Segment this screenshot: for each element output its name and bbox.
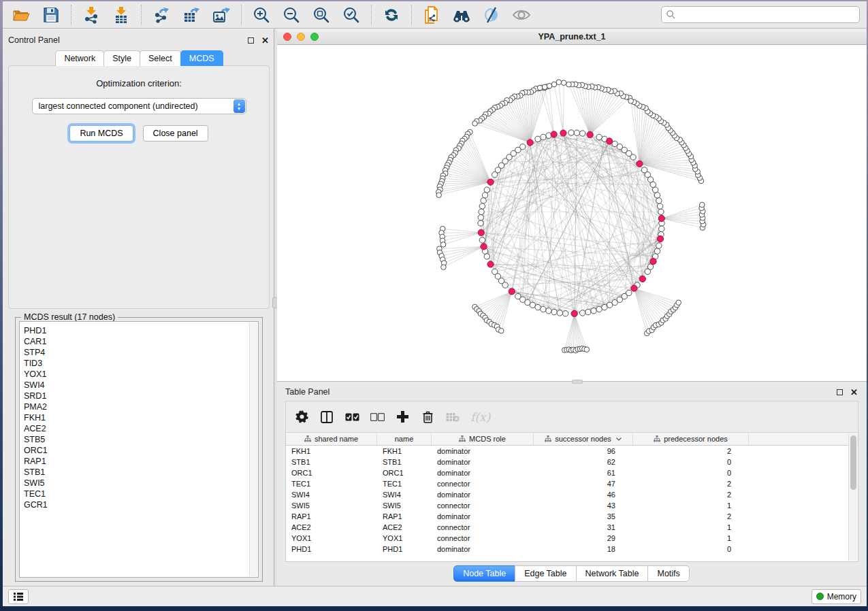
network-window-titlebar[interactable]: YPA_prune.txt_1 (277, 29, 867, 45)
control-panel-close-button[interactable]: ✕ (261, 36, 270, 45)
table-row[interactable]: TEC1TEC1connector472 (286, 478, 848, 489)
table-cell: dominator (432, 467, 534, 478)
network-graph[interactable] (277, 45, 867, 381)
add-column-button[interactable] (395, 410, 410, 425)
table-row[interactable]: PHD1PHD1dominator180 (286, 544, 848, 555)
mcds-result-item[interactable]: SWI4 (24, 380, 258, 391)
table-settings-button[interactable] (294, 410, 309, 425)
table-panel-float-button[interactable] (835, 388, 844, 397)
export-image-button[interactable] (211, 5, 231, 25)
mcds-result-item[interactable]: SRD1 (24, 391, 258, 401)
tab-select[interactable]: Select (140, 50, 181, 66)
table-row[interactable]: FKH1FKH1dominator962 (286, 446, 848, 457)
table-cell: 18 (534, 544, 633, 555)
run-mcds-button[interactable]: Run MCDS (69, 125, 133, 142)
table-row[interactable]: ORC1ORC1dominator610 (286, 467, 848, 478)
tab-node-table[interactable]: Node Table (453, 565, 515, 582)
zoom-selected-button[interactable] (341, 5, 361, 25)
column-header-successor-nodes[interactable]: successor nodes (534, 433, 633, 445)
table-row[interactable]: YOX1YOX1connector291 (286, 533, 848, 544)
zoom-out-button[interactable] (281, 5, 302, 25)
mcds-result-item[interactable]: STB5 (24, 434, 258, 445)
column-view-button[interactable] (319, 410, 334, 425)
zoom-in-button[interactable] (251, 5, 272, 25)
show-graphics-button[interactable] (511, 5, 532, 25)
table-cell: 62 (534, 457, 633, 467)
mcds-result-item[interactable]: ORC1 (24, 445, 258, 456)
column-header-predecessor-nodes[interactable]: predecessor nodes (633, 433, 749, 445)
table-scrollbar[interactable] (848, 433, 857, 561)
network-search-box[interactable] (661, 6, 860, 23)
function-builder-button[interactable]: f(x) (470, 410, 490, 425)
table-row[interactable]: SWI4SWI4dominator462 (286, 489, 848, 500)
delete-column-button[interactable] (420, 410, 435, 425)
export-network-button[interactable] (151, 5, 172, 25)
mcds-result-item[interactable]: RAP1 (24, 456, 258, 467)
column-type-icon (459, 435, 466, 442)
table-panel: Table Panel ✕ (277, 382, 867, 586)
table-cell: dominator (432, 457, 534, 467)
table-cell (749, 533, 848, 544)
scrollbar-thumb[interactable] (850, 435, 856, 490)
mcds-result-item[interactable]: PMA2 (24, 401, 258, 412)
table-cell: ORC1 (286, 467, 377, 478)
tab-network[interactable]: Network (55, 50, 104, 66)
search-network-button[interactable] (451, 5, 472, 25)
table-row[interactable]: ACE2ACE2connector311 (286, 522, 848, 533)
delete-table-button[interactable] (445, 410, 460, 425)
close-panel-button[interactable]: Close panel (143, 125, 208, 142)
tab-mcds[interactable]: MCDS (180, 50, 223, 66)
optimization-criterion-select[interactable]: largest connected component (undirected)… (32, 98, 246, 114)
export-table-button[interactable] (181, 5, 202, 25)
mcds-result-item[interactable]: FKH1 (24, 412, 258, 423)
select-all-button[interactable] (344, 410, 359, 425)
save-session-button[interactable] (41, 5, 61, 25)
mcds-result-item[interactable]: GCR1 (24, 499, 258, 510)
import-table-button[interactable] (111, 5, 131, 25)
table-row[interactable]: SWI5SWI5connector431 (286, 500, 848, 511)
table-panel-close-button[interactable]: ✕ (850, 388, 858, 397)
memory-button[interactable]: Memory (811, 589, 861, 604)
clone-network-icon (423, 6, 440, 24)
table-cell: 43 (534, 500, 633, 511)
refresh-button[interactable] (381, 5, 402, 25)
zoom-fit-button[interactable] (311, 5, 332, 25)
mcds-result-item[interactable]: YOX1 (24, 369, 258, 380)
mcds-result-item[interactable]: TID3 (24, 358, 258, 369)
tab-motifs[interactable]: Motifs (647, 565, 689, 582)
deselect-all-button[interactable] (370, 410, 385, 425)
tab-network-table[interactable]: Network Table (576, 565, 649, 582)
control-panel-float-button[interactable] (246, 36, 255, 45)
table-cell: SWI4 (286, 489, 377, 500)
column-header-name[interactable]: name (377, 433, 432, 445)
mcds-result-title: MCDS result (17 nodes) (21, 312, 118, 322)
tab-edge-table[interactable]: Edge Table (515, 565, 576, 582)
save-icon (43, 7, 59, 23)
table-cell: 1 (633, 522, 749, 533)
mcds-result-list[interactable]: PHD1CAR1STP4TID3YOX1SWI4SRD1PMA2FKH1ACE2… (19, 321, 259, 578)
table-row[interactable]: RAP1RAP1dominator352 (286, 511, 848, 522)
search-input[interactable] (679, 10, 855, 20)
horizontal-splitter-grip[interactable] (572, 380, 583, 384)
mcds-result-item[interactable]: TEC1 (24, 489, 258, 499)
network-canvas[interactable] (277, 45, 867, 381)
mcds-result-item[interactable]: STB1 (24, 467, 258, 478)
hide-graphics-button[interactable] (481, 5, 502, 25)
task-history-button[interactable] (8, 589, 29, 604)
tab-style[interactable]: Style (103, 50, 140, 66)
column-header-MCDS-role[interactable]: MCDS role (432, 433, 534, 445)
mcds-result-item[interactable]: SWI5 (24, 478, 258, 489)
table-cell: 2 (633, 489, 749, 500)
clone-network-button[interactable] (421, 5, 442, 25)
mcds-result-item[interactable]: CAR1 (24, 336, 258, 347)
mcds-result-item[interactable]: STP4 (24, 347, 258, 358)
column-header-shared-name[interactable]: shared name (286, 433, 377, 445)
open-file-button[interactable] (11, 5, 31, 25)
mcds-list-scrollbar[interactable] (249, 323, 257, 576)
import-network-button[interactable] (81, 5, 101, 25)
mcds-result-item[interactable]: PHD1 (24, 325, 258, 336)
table-cell: PHD1 (377, 544, 432, 555)
main-toolbar (3, 1, 867, 29)
table-row[interactable]: STB1STB1dominator620 (286, 457, 848, 467)
mcds-result-item[interactable]: ACE2 (24, 423, 258, 434)
